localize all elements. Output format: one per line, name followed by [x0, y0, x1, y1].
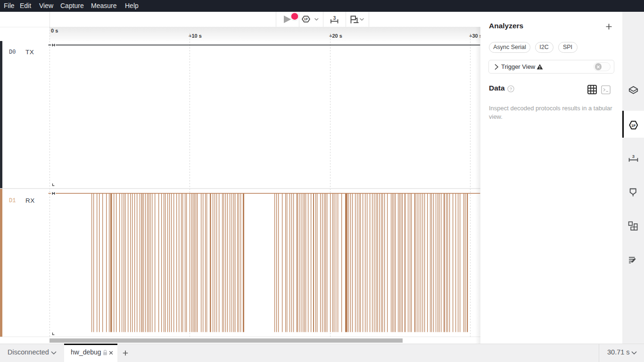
svg-text:?: ?: [510, 86, 512, 91]
svg-text:3: 3: [333, 16, 336, 21]
svg-text:3: 3: [632, 154, 635, 159]
svg-text:1F: 1F: [304, 17, 308, 21]
svg-text:1F: 1F: [631, 123, 636, 127]
